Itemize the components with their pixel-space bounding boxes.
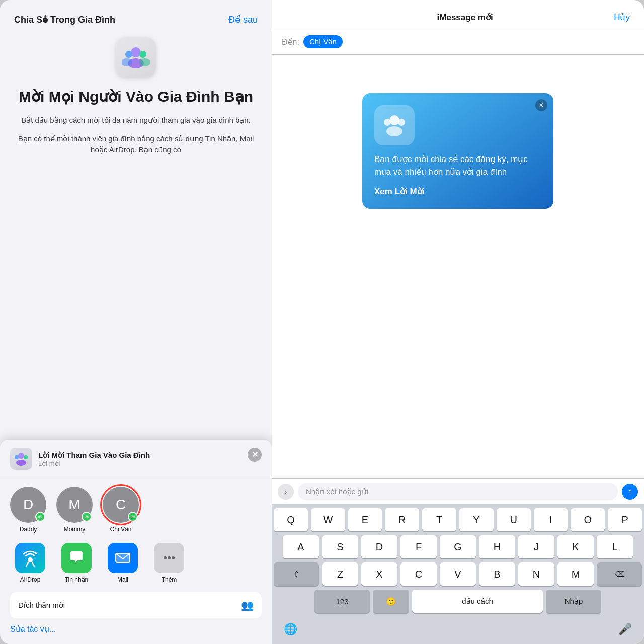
invite-heading: Mời Mọi Người Vào Gia Đình Bạn xyxy=(14,88,258,106)
edit-tasks-link[interactable]: Sửa tác vụ... xyxy=(10,625,56,633)
app-item-mail[interactable]: Mail xyxy=(103,543,143,583)
left-panel-title: Chia Sẻ Trong Gia Đình xyxy=(14,14,115,25)
key-u[interactable]: U xyxy=(497,508,531,531)
svg-point-17 xyxy=(172,556,175,559)
keyboard-row-2: A S D F G H J K L xyxy=(274,535,642,558)
message-area: ✕ Bạn được mời chia sẻ các đăng ký, mục … xyxy=(272,55,644,478)
key-v[interactable]: V xyxy=(440,562,476,586)
message-input-row: › Nhận xét hoặc gửi ↑ xyxy=(272,478,644,504)
app-item-messages[interactable]: Tin nhắn xyxy=(56,543,97,583)
airdrop-waves-icon xyxy=(21,549,39,567)
contact-item-daddy[interactable]: D ✉ Daddy xyxy=(10,487,46,533)
key-l[interactable]: L xyxy=(597,535,633,558)
send-arrow-icon: ↑ xyxy=(628,487,632,496)
key-r[interactable]: R xyxy=(385,508,419,531)
to-chip[interactable]: Chị Vân xyxy=(303,35,343,48)
invite-desc2: Bạn có thể mời thành viên gia đình bằng … xyxy=(14,133,258,156)
view-invite-button[interactable]: Xem Lời Mời xyxy=(374,187,424,196)
keyboard-row-1: Q W E R T Y U I O P xyxy=(274,508,642,531)
key-f[interactable]: F xyxy=(400,535,437,558)
key-space[interactable]: dấu cách xyxy=(412,590,543,613)
key-w[interactable]: W xyxy=(311,508,345,531)
expand-button[interactable]: › xyxy=(278,484,294,500)
keyboard: Q W E R T Y U I O P A S D F G H J K L ⇧ … xyxy=(272,504,644,619)
more-label: Thêm xyxy=(162,576,177,583)
card-text: Bạn được mời chia sẻ các đăng ký, mục mu… xyxy=(374,153,541,178)
svg-point-8 xyxy=(15,455,19,459)
key-p[interactable]: P xyxy=(608,508,642,531)
contact-initial-daddy: D xyxy=(23,497,33,513)
key-o[interactable]: O xyxy=(571,508,605,531)
svg-point-5 xyxy=(139,58,150,66)
left-header: Chia Sẻ Trong Gia Đình Để sau xyxy=(0,0,272,33)
key-shift[interactable]: ⇧ xyxy=(274,562,319,586)
keyboard-row-bottom: 123 🙂 dấu cách Nhập xyxy=(274,590,642,613)
key-n[interactable]: N xyxy=(518,562,554,586)
defer-button[interactable]: Để sau xyxy=(228,14,258,25)
more-icon xyxy=(154,543,184,573)
key-z[interactable]: Z xyxy=(322,562,358,586)
contact-avatar-mommy: M ✉ xyxy=(56,487,93,523)
svg-point-2 xyxy=(125,51,132,58)
svg-line-12 xyxy=(32,562,34,566)
contacts-row: D ✉ Daddy M ✉ Mommy C xyxy=(0,476,272,537)
share-sheet-close-button[interactable]: ✕ xyxy=(248,448,262,462)
to-row: Đến: Chị Vân xyxy=(272,29,644,55)
key-j[interactable]: J xyxy=(518,535,554,558)
personal-label: Đích thân mời xyxy=(18,601,65,610)
family-icon-wrapper xyxy=(116,37,156,77)
svg-point-4 xyxy=(139,51,146,58)
card-close-button[interactable]: ✕ xyxy=(535,99,547,111)
key-h[interactable]: H xyxy=(479,535,515,558)
key-d[interactable]: D xyxy=(361,535,397,558)
key-y[interactable]: Y xyxy=(459,508,494,531)
contact-initial-mommy: M xyxy=(68,497,80,513)
globe-icon[interactable]: 🌐 xyxy=(284,623,297,636)
key-b[interactable]: B xyxy=(479,562,515,586)
app-item-airdrop[interactable]: AirDrop xyxy=(10,543,50,583)
message-input-field[interactable]: Nhận xét hoặc gửi xyxy=(298,483,618,500)
contact-name-mommy: Mommy xyxy=(64,526,86,533)
mail-envelope-icon xyxy=(114,549,132,567)
svg-point-7 xyxy=(16,460,26,466)
key-s[interactable]: S xyxy=(322,535,358,558)
key-x[interactable]: X xyxy=(361,562,397,586)
key-g[interactable]: G xyxy=(440,535,476,558)
send-button[interactable]: ↑ xyxy=(622,484,638,500)
share-sheet-header: Lời Mời Tham Gia Vào Gia Đình Lời mời ✕ xyxy=(0,440,272,476)
key-return[interactable]: Nhập xyxy=(546,590,601,613)
key-emoji[interactable]: 🙂 xyxy=(373,590,409,613)
contact-item-mommy[interactable]: M ✉ Mommy xyxy=(56,487,93,533)
close-icon: ✕ xyxy=(252,451,258,459)
microphone-icon[interactable]: 🎤 xyxy=(618,623,632,636)
cancel-button[interactable]: Hủy xyxy=(614,12,630,23)
key-t[interactable]: T xyxy=(422,508,456,531)
share-sheet: Lời Mời Tham Gia Vào Gia Đình Lời mời ✕ … xyxy=(0,440,272,644)
key-k[interactable]: K xyxy=(557,535,594,558)
contact-item-chi-van[interactable]: C ✉ Chị Vân xyxy=(103,487,139,533)
key-delete[interactable]: ⌫ xyxy=(597,562,642,586)
contact-name-chi-van: Chị Vân xyxy=(110,526,131,533)
key-a[interactable]: A xyxy=(283,535,319,558)
key-e[interactable]: E xyxy=(348,508,382,531)
to-label: Đến: xyxy=(282,37,299,47)
airdrop-icon xyxy=(15,543,45,573)
key-q[interactable]: Q xyxy=(274,508,308,531)
message-badge-icon-daddy: ✉ xyxy=(38,514,42,520)
contact-initial-chi-van: C xyxy=(116,497,126,513)
family-small-icon xyxy=(13,451,29,467)
app-item-more[interactable]: Thêm xyxy=(149,543,189,583)
key-c[interactable]: C xyxy=(400,562,437,586)
key-i[interactable]: I xyxy=(534,508,568,531)
svg-point-0 xyxy=(131,47,141,57)
keyboard-row-3: ⇧ Z X C V B N M ⌫ xyxy=(274,562,642,586)
key-m[interactable]: M xyxy=(557,562,594,586)
personal-row[interactable]: Đích thân mời 👥 xyxy=(10,592,262,618)
chevron-right-icon: › xyxy=(285,488,287,496)
messages-label: Tin nhắn xyxy=(65,576,89,583)
apps-row: AirDrop Tin nhắn Mail xyxy=(0,537,272,587)
message-card: ✕ Bạn được mời chia sẻ các đăng ký, mục … xyxy=(362,93,553,209)
key-numbers[interactable]: 123 xyxy=(314,590,370,613)
svg-line-11 xyxy=(26,562,28,566)
svg-point-15 xyxy=(164,556,167,559)
